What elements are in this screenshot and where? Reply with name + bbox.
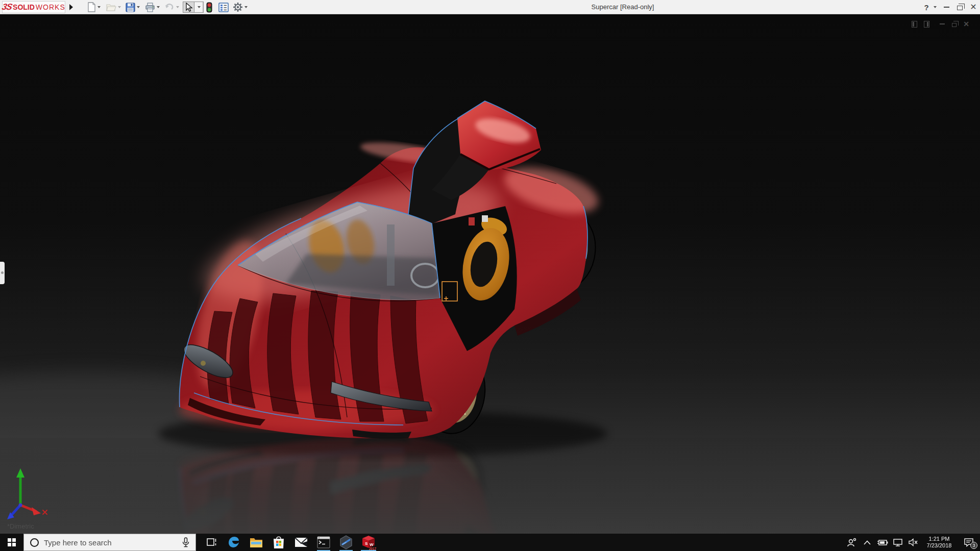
rebuild-button[interactable] — [206, 1, 212, 13]
select-caret-zone[interactable] — [194, 2, 202, 12]
save-caret-icon[interactable] — [137, 6, 140, 8]
mail-icon — [295, 537, 308, 548]
select-tool-button[interactable] — [183, 2, 204, 13]
doc-pane-left-button[interactable] — [910, 20, 919, 28]
undo-caret-icon[interactable] — [176, 6, 179, 8]
start-button[interactable] — [0, 534, 23, 551]
select-caret-icon — [198, 6, 201, 8]
taskbar-edge[interactable] — [223, 534, 245, 551]
windows-logo-icon — [8, 538, 16, 546]
volume-button[interactable] — [905, 534, 921, 551]
select-cursor-icon — [184, 3, 193, 12]
taskbar-solidworks-visualize[interactable] — [335, 534, 357, 551]
notification-badge: 3 — [970, 542, 977, 549]
edge-icon — [227, 536, 240, 549]
restore-button[interactable] — [954, 0, 965, 14]
restore-icon — [957, 6, 963, 10]
taskbar: S W 2017 — [0, 534, 980, 551]
graphics-viewport[interactable]: ✕ — [0, 14, 980, 534]
taskbar-command-prompt[interactable] — [312, 534, 335, 551]
brand-works: WORKS — [36, 3, 65, 11]
taskbar-solidworks-2017[interactable]: S W 2017 — [357, 534, 380, 551]
rebuild-traffic-light-icon — [206, 2, 212, 13]
taskbar-clock[interactable]: 1:21 PM 7/23/2018 — [921, 536, 958, 549]
print-caret-icon[interactable] — [157, 6, 160, 8]
open-folder-icon — [106, 3, 116, 12]
new-document-icon — [87, 2, 96, 12]
options-button[interactable] — [233, 1, 248, 13]
doc-restore-icon — [952, 23, 957, 27]
undo-icon — [164, 3, 175, 12]
undo-button[interactable] — [164, 1, 179, 13]
clock-date: 7/23/2018 — [921, 542, 958, 549]
gear-icon — [233, 2, 243, 12]
save-icon — [126, 3, 135, 12]
print-button[interactable] — [145, 1, 160, 13]
flyout-arrow-icon — [69, 4, 73, 10]
cortana-icon — [30, 538, 39, 547]
system-tray: 1:21 PM 7/23/2018 3 — [844, 534, 980, 551]
tray-overflow-button[interactable] — [860, 534, 875, 551]
file-explorer-icon — [250, 537, 263, 548]
task-view-icon — [206, 537, 217, 547]
solidworks-visualize-icon — [339, 535, 353, 549]
pane-right-icon — [924, 21, 929, 28]
feature-manager-collapsed-tab[interactable] — [0, 262, 5, 284]
help-caret[interactable] — [931, 0, 937, 14]
volume-muted-icon — [908, 538, 918, 546]
close-icon: ✕ — [970, 3, 976, 11]
new-document-button[interactable] — [87, 1, 101, 13]
options-caret-icon[interactable] — [244, 6, 248, 8]
people-button[interactable] — [844, 534, 860, 551]
menu-flyout-button[interactable] — [66, 1, 76, 13]
doc-restore-button[interactable] — [949, 20, 959, 28]
store-icon — [273, 536, 285, 549]
brand-solid: SOLID — [13, 3, 35, 11]
print-icon — [145, 3, 155, 12]
car-3d-model[interactable] — [0, 14, 980, 534]
people-icon — [847, 538, 857, 547]
taskbar-store[interactable] — [267, 534, 290, 551]
titlebar: 3S SOLIDWORKS — [0, 0, 980, 14]
svg-text:S: S — [365, 541, 368, 546]
save-button[interactable] — [126, 1, 140, 13]
car-body-group[interactable] — [179, 101, 603, 439]
chevron-up-icon — [864, 540, 871, 545]
action-center-button[interactable]: 3 — [958, 534, 980, 551]
taskbar-file-explorer[interactable] — [245, 534, 267, 551]
display-pane-button[interactable] — [218, 1, 229, 13]
close-button[interactable]: ✕ — [968, 0, 979, 14]
taskbar-mail[interactable] — [290, 534, 312, 551]
pane-left-icon — [912, 21, 917, 28]
display-pane-icon — [218, 3, 229, 12]
doc-minimize-icon — [940, 23, 945, 24]
view-orientation-label: *Dimetric — [7, 522, 34, 530]
doc-close-button[interactable]: ✕ — [962, 20, 971, 28]
open-button[interactable] — [106, 1, 121, 13]
minimize-button[interactable] — [941, 0, 951, 14]
network-icon — [893, 538, 903, 546]
doc-minimize-button[interactable] — [938, 20, 946, 28]
new-caret-icon[interactable] — [97, 6, 101, 8]
search-input[interactable] — [44, 538, 182, 547]
window-title: Supercar [Read-only] — [556, 3, 689, 11]
microphone-icon[interactable] — [182, 537, 189, 547]
task-view-button[interactable] — [200, 534, 223, 551]
minimize-icon — [944, 7, 949, 8]
battery-icon — [877, 539, 888, 546]
command-prompt-icon — [317, 536, 330, 548]
ds-logo-glyph: 3S — [1, 2, 13, 12]
doc-close-icon: ✕ — [963, 20, 969, 28]
taskbar-search[interactable] — [23, 534, 196, 551]
doc-pane-right-button[interactable] — [922, 20, 931, 28]
open-caret-icon[interactable] — [118, 6, 121, 8]
solidworks-logo[interactable]: 3S SOLIDWORKS — [2, 1, 65, 13]
clock-time: 1:21 PM — [921, 536, 958, 542]
battery-button[interactable] — [875, 534, 890, 551]
reflection-fade — [0, 438, 980, 534]
solidworks-2017-icon: S W 2017 — [361, 535, 376, 550]
network-button[interactable] — [890, 534, 905, 551]
help-button[interactable]: ? — [922, 0, 931, 14]
